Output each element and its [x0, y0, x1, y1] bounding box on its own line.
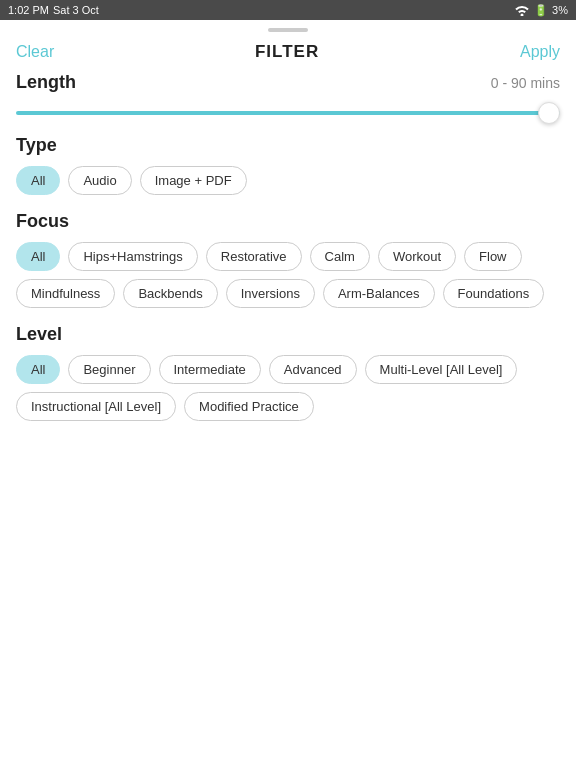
battery-percent: 3%	[552, 4, 568, 16]
filter-content: Length 0 - 90 mins Type All Audio Image …	[0, 72, 576, 421]
length-row: Length 0 - 90 mins	[16, 72, 560, 93]
focus-flow-button[interactable]: Flow	[464, 242, 521, 271]
type-all-button[interactable]: All	[16, 166, 60, 195]
length-value: 0 - 90 mins	[491, 75, 560, 91]
type-label: Type	[16, 135, 560, 156]
status-bar: 1:02 PM Sat 3 Oct 🔋 3%	[0, 0, 576, 20]
status-bar-right: 🔋 3%	[514, 4, 568, 17]
focus-foundations-button[interactable]: Foundations	[443, 279, 545, 308]
focus-backbends-button[interactable]: Backbends	[123, 279, 217, 308]
time: 1:02 PM	[8, 4, 49, 16]
level-all-button[interactable]: All	[16, 355, 60, 384]
length-slider[interactable]	[16, 111, 560, 115]
focus-calm-button[interactable]: Calm	[310, 242, 370, 271]
battery-icon: 🔋	[534, 4, 548, 17]
focus-workout-button[interactable]: Workout	[378, 242, 456, 271]
filter-header: Clear FILTER Apply	[0, 36, 576, 72]
status-bar-left: 1:02 PM Sat 3 Oct	[8, 4, 99, 16]
focus-label: Focus	[16, 211, 560, 232]
apply-button[interactable]: Apply	[520, 43, 560, 61]
slider-container[interactable]	[16, 101, 560, 119]
type-audio-button[interactable]: Audio	[68, 166, 131, 195]
level-advanced-button[interactable]: Advanced	[269, 355, 357, 384]
focus-hips-button[interactable]: Hips+Hamstrings	[68, 242, 197, 271]
drag-handle-bar	[268, 28, 308, 32]
focus-inversions-button[interactable]: Inversions	[226, 279, 315, 308]
focus-row1: All Hips+Hamstrings Restorative Calm Wor…	[16, 242, 560, 271]
level-beginner-button[interactable]: Beginner	[68, 355, 150, 384]
focus-arm-balances-button[interactable]: Arm-Balances	[323, 279, 435, 308]
type-options: All Audio Image + PDF	[16, 166, 560, 195]
drag-handle	[0, 20, 576, 36]
focus-mindfulness-button[interactable]: Mindfulness	[16, 279, 115, 308]
level-intermediate-button[interactable]: Intermediate	[159, 355, 261, 384]
focus-restorative-button[interactable]: Restorative	[206, 242, 302, 271]
type-image-pdf-button[interactable]: Image + PDF	[140, 166, 247, 195]
length-label: Length	[16, 72, 76, 93]
focus-all-button[interactable]: All	[16, 242, 60, 271]
date: Sat 3 Oct	[53, 4, 99, 16]
level-modified-button[interactable]: Modified Practice	[184, 392, 314, 421]
clear-button[interactable]: Clear	[16, 43, 54, 61]
level-instructional-button[interactable]: Instructional [All Level]	[16, 392, 176, 421]
wifi-icon	[514, 4, 530, 16]
focus-row2: Mindfulness Backbends Inversions Arm-Bal…	[16, 279, 560, 308]
level-row2: Instructional [All Level] Modified Pract…	[16, 392, 560, 421]
level-row1: All Beginner Intermediate Advanced Multi…	[16, 355, 560, 384]
level-label: Level	[16, 324, 560, 345]
level-multi-button[interactable]: Multi-Level [All Level]	[365, 355, 518, 384]
filter-title: FILTER	[255, 42, 319, 62]
